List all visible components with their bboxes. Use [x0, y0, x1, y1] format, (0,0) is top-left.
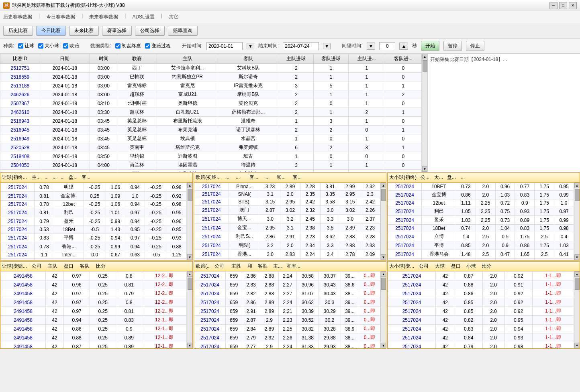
check-change-process[interactable]: 变赔过程 — [145, 43, 171, 49]
euv-cell: 2.89 — [260, 307, 278, 316]
lbv-scroll-thumb[interactable] — [188, 278, 192, 290]
bs-var-panel: 大小球(变... 公司 大球 盘口 小球 比分 2517024420.872.0… — [387, 261, 580, 349]
start-time-input[interactable] — [206, 42, 243, 50]
bsv-scrollbar[interactable]: ▲ ▼ — [574, 271, 580, 348]
pause-button[interactable]: 暂停 — [443, 41, 462, 51]
check-bigsmall[interactable]: 大小球 — [38, 43, 59, 49]
bsv-cell: 42 — [435, 307, 455, 316]
maximize-button[interactable]: □ — [559, 2, 567, 9]
eubet-scroll-up[interactable]: ▲ — [381, 183, 386, 188]
bsv-scroll-down[interactable]: ▼ — [574, 343, 580, 348]
lbv-cell: 0.9 — [116, 325, 142, 333]
lbv-cell: 0.97 — [64, 272, 90, 280]
bsv-cell: 0.92 — [504, 272, 532, 280]
window-controls[interactable]: ─ □ ✕ — [549, 2, 577, 9]
letball-scroll-down[interactable]: ▼ — [187, 254, 193, 260]
menu-adsl[interactable]: ADSL设置 — [132, 13, 154, 21]
bs-scroll-thumb[interactable] — [575, 189, 580, 201]
btn-company-select[interactable]: 公司选择 — [135, 26, 165, 36]
main-cell: 2024-01-18 — [40, 134, 90, 143]
lbv-scrollbar[interactable]: ▲ ▼ — [187, 271, 192, 348]
main-scrollbar[interactable]: ▲ ▼ — [422, 54, 427, 172]
start-button[interactable]: 开始 — [421, 41, 439, 51]
btn-future[interactable]: 未来比赛 — [69, 26, 99, 36]
bsv-cell: 2517024 — [388, 342, 436, 349]
check-eubet[interactable]: 欧赔 — [63, 43, 79, 49]
scroll-down[interactable]: ▼ — [422, 166, 428, 172]
euv-scroll-thumb[interactable] — [381, 278, 386, 290]
bigsmall-cell: 0.77 — [515, 183, 535, 191]
interval-up-btn[interactable]: ▲ — [399, 43, 408, 50]
scroll-thumb[interactable] — [423, 60, 427, 72]
euv-scroll-down[interactable]: ▼ — [381, 343, 386, 348]
bs-scroll-down[interactable]: ▼ — [574, 254, 580, 260]
eubet-cell: 2.95 — [280, 198, 300, 206]
lbv-scroll-up[interactable]: ▲ — [187, 271, 193, 277]
euv-cell: 2.89 — [260, 325, 278, 333]
bs-scroll-up[interactable]: ▲ — [574, 183, 580, 188]
lbv-cell: 2491458 — [1, 325, 46, 333]
letball-col4: ... — [53, 174, 57, 181]
check-letball[interactable]: 让球 — [18, 43, 34, 49]
euv-cell: 30.96 — [297, 280, 319, 289]
euv-scrollbar[interactable]: ▲ ▼ — [380, 271, 386, 348]
bigsmall-cell: 盈禾 — [422, 216, 456, 225]
letball-cell: -0.25 — [145, 183, 167, 192]
euv-cell: 30.28 — [319, 325, 341, 333]
letball-cell: 金宝博- — [54, 192, 84, 201]
letball-scrollbar[interactable]: ▲ ▼ — [187, 183, 192, 260]
btn-history[interactable]: 历史比赛 — [3, 26, 33, 36]
stop-button[interactable]: 停止 — [466, 41, 484, 51]
eubet-scroll-thumb[interactable] — [381, 189, 386, 201]
menu-other[interactable]: 其它 — [169, 13, 178, 21]
eubet-scrollbar[interactable]: ▲ ▼ — [380, 183, 386, 260]
close-button[interactable]: ✕ — [569, 2, 577, 9]
letball-cell: 1.09 — [106, 192, 125, 201]
btn-odds-query[interactable]: 赔率查询 — [168, 26, 198, 36]
eubet-cell: 2.26 — [360, 206, 380, 215]
menu-today[interactable]: 今日赛事数据 — [46, 13, 75, 21]
datatype-label: 数据类型: — [90, 43, 111, 49]
euv-col7: 和率... — [287, 263, 300, 270]
bsv-cell: 1-1...即 — [532, 342, 574, 349]
euv-cell: 38... — [341, 333, 359, 342]
start-calendar-btn[interactable]: ▼ — [247, 43, 254, 49]
main-cell: 荷兰杯 — [117, 161, 157, 170]
main-cell: 03:10 — [90, 99, 117, 108]
main-cell: 弗罗姆镇 — [218, 143, 279, 152]
bsv-scroll-thumb[interactable] — [575, 278, 580, 290]
letball-cell: -0.25 — [145, 192, 167, 201]
letball-col6: 盘... — [69, 174, 78, 181]
eubet-scroll-down[interactable]: ▼ — [381, 254, 386, 260]
euv-cell: 30.43 — [319, 280, 341, 289]
eubet-cell: STS(. — [229, 198, 260, 206]
interval-input[interactable] — [379, 42, 395, 50]
main-cell: 0 — [348, 170, 385, 172]
lbv-cell: 2491458 — [1, 342, 46, 349]
lbv-cell: 12-2...即 — [142, 272, 187, 280]
check-initial-final[interactable]: 初盘终盘 — [115, 43, 141, 49]
interval-down-btn[interactable]: ▼ — [367, 43, 376, 50]
bsv-scroll-up[interactable]: ▲ — [574, 271, 580, 277]
letball-scroll-thumb[interactable] — [188, 189, 192, 201]
euv-cell: 30.58 — [297, 272, 319, 280]
bigsmall-cell: 2517024 — [388, 232, 422, 241]
bigsmall-cell: 18Bet — [422, 225, 456, 232]
menu-future[interactable]: 未来赛事数据 — [89, 13, 118, 21]
euv-scroll-up[interactable]: ▲ — [381, 271, 386, 277]
bigsmall-cell: 0.9 — [515, 199, 535, 207]
btn-today[interactable]: 今日比赛 — [36, 26, 66, 36]
scroll-up[interactable]: ▲ — [422, 54, 428, 59]
letball-scroll-up[interactable]: ▲ — [187, 183, 193, 188]
bigsmall-scrollbar[interactable]: ▲ ▼ — [574, 183, 580, 260]
lbv-scroll-down[interactable]: ▼ — [187, 343, 193, 348]
euv-cell: 2517024 — [194, 289, 226, 298]
end-calendar-btn[interactable]: ▼ — [323, 43, 331, 49]
menu-history[interactable]: 历史赛事数据 — [3, 13, 32, 21]
euv-cell: 38... — [341, 289, 359, 298]
minimize-button[interactable]: ─ — [549, 2, 558, 9]
main-cell: 03:45 — [90, 126, 117, 134]
end-time-input[interactable] — [283, 42, 319, 50]
btn-match-select[interactable]: 赛事选择 — [102, 26, 132, 36]
bigsmall-cell: 1.75 — [535, 241, 554, 250]
